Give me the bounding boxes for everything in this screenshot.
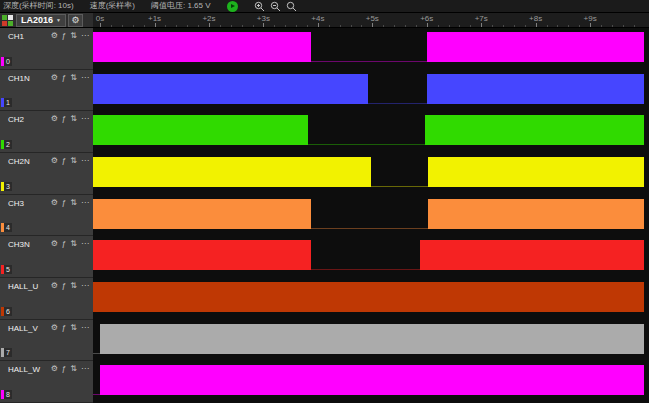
channel-edge-icon[interactable]: ⇅ xyxy=(70,114,77,123)
channel-edge-icon[interactable]: ⇅ xyxy=(70,31,77,40)
ruler-minor-tick xyxy=(623,25,624,27)
channel-icons: ⚙ƒ⇅⋯ xyxy=(51,156,89,165)
channel-row-ch1n[interactable]: CH1N⚙ƒ⇅⋯1 xyxy=(0,70,93,112)
device-settings-button[interactable]: ⚙ xyxy=(68,14,83,27)
channel-name: CH3 xyxy=(8,199,24,208)
channel-edge-icon[interactable]: ⇅ xyxy=(70,323,77,332)
channel-settings-icon[interactable]: ⚙ xyxy=(51,114,58,123)
channel-number-badge[interactable]: 0 xyxy=(1,57,12,66)
channel-edge-icon[interactable]: ⇅ xyxy=(70,281,77,290)
channel-name: HALL_W xyxy=(8,365,40,374)
channel-edge-icon[interactable]: ⇅ xyxy=(70,73,77,82)
channel-row-ch2n[interactable]: CH2N⚙ƒ⇅⋯3 xyxy=(0,153,93,195)
channel-number-badge[interactable]: 7 xyxy=(1,348,12,357)
channel-more-icon[interactable]: ⋯ xyxy=(81,364,89,373)
ruler-row: LA2016 ▼ ⚙ 0s+1s+2s+3s+4s+5s+6s+7s+8s+9s xyxy=(0,13,649,28)
channel-number-badge[interactable]: 3 xyxy=(1,182,12,191)
channel-row-hall_u[interactable]: HALL_U⚙ƒ⇅⋯6 xyxy=(0,278,93,320)
channel-row-hall_v[interactable]: HALL_V⚙ƒ⇅⋯7 xyxy=(0,320,93,362)
ruler-minor-tick xyxy=(394,25,395,27)
zoom-out-icon[interactable] xyxy=(270,1,281,12)
ruler-minor-tick xyxy=(198,25,199,27)
waveform-row-ch1n xyxy=(93,70,644,112)
top-toolbar: 深度(采样时间: 10s) 速度(采样率) 阈值电压: 1.65 V xyxy=(0,0,649,13)
signal-burst-segment xyxy=(93,74,368,104)
channel-name: HALL_U xyxy=(8,282,38,291)
channel-more-icon[interactable]: ⋯ xyxy=(81,198,89,207)
start-capture-button[interactable] xyxy=(227,1,238,12)
signal-burst-segment xyxy=(93,240,311,270)
waveform-row-ch2 xyxy=(93,111,644,153)
waveform-plot[interactable] xyxy=(93,28,649,403)
channel-function-icon[interactable]: ƒ xyxy=(62,31,66,40)
channel-settings-icon[interactable]: ⚙ xyxy=(51,31,58,40)
time-ruler[interactable]: 0s+1s+2s+3s+4s+5s+6s+7s+8s+9s xyxy=(93,13,649,28)
channel-edge-icon[interactable]: ⇅ xyxy=(70,364,77,373)
ruler-tick-label: +7s xyxy=(475,14,488,23)
channel-more-icon[interactable]: ⋯ xyxy=(81,239,89,248)
channel-number-badge[interactable]: 4 xyxy=(1,223,12,232)
threshold-voltage-label: 阈值电压: 1.65 V xyxy=(151,0,211,12)
ruler-tick-label: 0s xyxy=(96,14,104,23)
zoom-in-icon[interactable] xyxy=(254,1,265,12)
device-selector-area: LA2016 ▼ ⚙ xyxy=(0,13,93,28)
channel-function-icon[interactable]: ƒ xyxy=(62,156,66,165)
ruler-minor-tick xyxy=(525,25,526,27)
channel-row-ch2[interactable]: CH2⚙ƒ⇅⋯2 xyxy=(0,111,93,153)
channel-settings-icon[interactable]: ⚙ xyxy=(51,198,58,207)
channel-function-icon[interactable]: ƒ xyxy=(62,114,66,123)
channel-icons: ⚙ƒ⇅⋯ xyxy=(51,364,89,373)
channel-settings-icon[interactable]: ⚙ xyxy=(51,156,58,165)
channel-number-badge[interactable]: 5 xyxy=(1,265,12,274)
zoom-fit-icon[interactable] xyxy=(286,1,297,12)
channel-function-icon[interactable]: ƒ xyxy=(62,364,66,373)
channel-more-icon[interactable]: ⋯ xyxy=(81,281,89,290)
channel-row-ch3[interactable]: CH3⚙ƒ⇅⋯4 xyxy=(0,195,93,237)
signal-burst-segment xyxy=(93,199,311,229)
channel-number-badge[interactable]: 8 xyxy=(1,390,12,399)
ruler-major-tick xyxy=(209,23,210,27)
channel-row-ch1[interactable]: CH1⚙ƒ⇅⋯0 xyxy=(0,28,93,70)
ruler-minor-tick xyxy=(144,25,145,27)
channel-function-icon[interactable]: ƒ xyxy=(62,239,66,248)
ruler-tick-label: +1s xyxy=(148,14,161,23)
ruler-minor-tick xyxy=(449,25,450,27)
channel-function-icon[interactable]: ƒ xyxy=(62,73,66,82)
channel-number-badge[interactable]: 1 xyxy=(1,98,12,107)
channel-function-icon[interactable]: ƒ xyxy=(62,281,66,290)
channel-more-icon[interactable]: ⋯ xyxy=(81,156,89,165)
channel-settings-icon[interactable]: ⚙ xyxy=(51,239,58,248)
channel-number-badge[interactable]: 6 xyxy=(1,307,12,316)
channel-settings-icon[interactable]: ⚙ xyxy=(51,73,58,82)
ruler-major-tick xyxy=(590,23,591,27)
channel-edge-icon[interactable]: ⇅ xyxy=(70,156,77,165)
channel-settings-icon[interactable]: ⚙ xyxy=(51,323,58,332)
zoom-toolbar xyxy=(254,1,297,12)
channel-edge-icon[interactable]: ⇅ xyxy=(70,239,77,248)
channel-row-ch3n[interactable]: CH3N⚙ƒ⇅⋯5 xyxy=(0,236,93,278)
channel-more-icon[interactable]: ⋯ xyxy=(81,323,89,332)
ruler-major-tick xyxy=(155,23,156,27)
channel-edge-icon[interactable]: ⇅ xyxy=(70,198,77,207)
ruler-major-tick xyxy=(481,23,482,27)
ruler-minor-tick xyxy=(285,25,286,27)
ruler-minor-tick xyxy=(459,25,460,27)
channel-more-icon[interactable]: ⋯ xyxy=(81,31,89,40)
ruler-minor-tick xyxy=(492,25,493,27)
channel-row-hall_w[interactable]: HALL_W⚙ƒ⇅⋯8 xyxy=(0,361,93,403)
channel-name: CH1N xyxy=(8,74,30,83)
channel-more-icon[interactable]: ⋯ xyxy=(81,73,89,82)
channel-settings-icon[interactable]: ⚙ xyxy=(51,364,58,373)
ruler-tick-label: +3s xyxy=(257,14,270,23)
channel-function-icon[interactable]: ƒ xyxy=(62,323,66,332)
channel-number-badge[interactable]: 2 xyxy=(1,140,12,149)
ruler-minor-tick xyxy=(601,25,602,27)
channel-function-icon[interactable]: ƒ xyxy=(62,198,66,207)
channel-settings-icon[interactable]: ⚙ xyxy=(51,281,58,290)
device-dropdown[interactable]: LA2016 ▼ xyxy=(16,14,66,27)
ruler-minor-tick xyxy=(220,25,221,27)
channel-more-icon[interactable]: ⋯ xyxy=(81,114,89,123)
main-area: CH1⚙ƒ⇅⋯0CH1N⚙ƒ⇅⋯1CH2⚙ƒ⇅⋯2CH2N⚙ƒ⇅⋯3CH3⚙ƒ⇅… xyxy=(0,28,649,403)
ruler-major-tick xyxy=(263,23,264,27)
signal-burst-segment xyxy=(100,324,644,354)
